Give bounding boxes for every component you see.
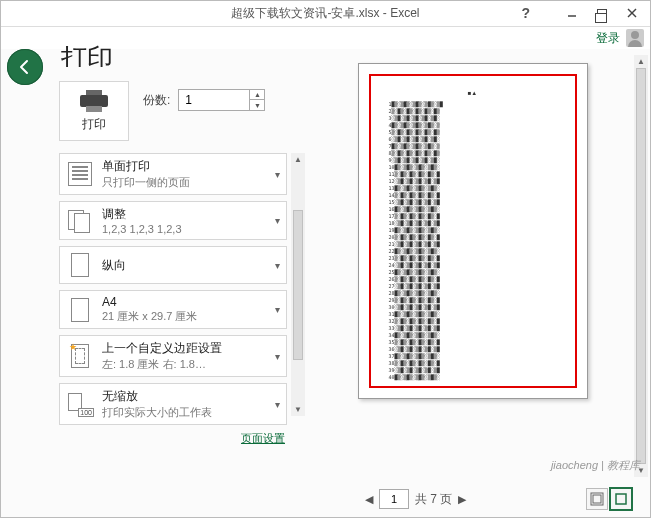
- setting-collate-sub: 1,2,3 1,2,3 1,2,3: [102, 223, 267, 235]
- preview-content-border: ■▲ 1█▒░▒█▒░▒█▒░▒█▒░▒█ 2▒░█▒░█▒░█▒░█▒░█▒ …: [369, 74, 577, 388]
- print-preview-pane: ■▲ 1█▒░▒█▒░▒█▒░▒█▒░▒█ 2▒░█▒░█▒░█▒░█▒░█▒ …: [311, 49, 650, 517]
- setting-papersize-title: A4: [102, 295, 267, 309]
- page-current-input[interactable]: [379, 489, 409, 509]
- scale-icon: [66, 390, 94, 418]
- setting-margins-sub: 左: 1.8 厘米 右: 1.8…: [102, 357, 267, 372]
- copies-spinner[interactable]: ▲ ▼: [178, 89, 265, 111]
- chevron-down-icon: ▾: [275, 399, 280, 410]
- title-bar: 超级下载软文资讯-安卓.xlsx - Excel ?: [1, 1, 650, 27]
- page-title: 打印: [61, 41, 303, 67]
- window-controls: [558, 3, 646, 23]
- collate-icon: [66, 207, 94, 235]
- setting-orientation-title: 纵向: [102, 257, 267, 274]
- back-button[interactable]: [7, 49, 43, 85]
- setting-duplex[interactable]: 单面打印 只打印一侧的页面 ▾: [59, 153, 287, 195]
- duplex-icon: [66, 160, 94, 188]
- setting-papersize[interactable]: A4 21 厘米 x 29.7 厘米 ▾: [59, 290, 287, 329]
- avatar-icon[interactable]: [626, 29, 644, 47]
- chevron-down-icon: ▾: [275, 260, 280, 271]
- copies-down-icon[interactable]: ▼: [250, 100, 264, 110]
- scroll-down-icon[interactable]: ▼: [294, 405, 302, 414]
- settings-list: 单面打印 只打印一侧的页面 ▾ 调整 1,2,3 1,2,3 1,2,3 ▾ 纵…: [59, 153, 303, 446]
- main-area: 打印 打印 份数: ▲ ▼ 单面打印: [1, 49, 650, 517]
- page-next-icon[interactable]: ▶: [458, 493, 466, 506]
- svg-rect-5: [616, 494, 626, 504]
- setting-margins[interactable]: ★ 上一个自定义边距设置 左: 1.8 厘米 右: 1.8… ▾: [59, 335, 287, 377]
- setting-collate[interactable]: 调整 1,2,3 1,2,3 1,2,3 ▾: [59, 201, 287, 240]
- scroll-thumb[interactable]: [293, 210, 303, 360]
- setting-duplex-title: 单面打印: [102, 158, 267, 175]
- setting-scaling[interactable]: 无缩放 打印实际大小的工作表 ▾: [59, 383, 287, 425]
- margins-icon: ★: [66, 342, 94, 370]
- chevron-down-icon: ▾: [275, 169, 280, 180]
- copies-input[interactable]: [179, 90, 249, 110]
- setting-duplex-sub: 只打印一侧的页面: [102, 175, 267, 190]
- scroll-thumb[interactable]: [636, 68, 646, 464]
- restore-button[interactable]: [588, 3, 616, 23]
- page-of-label: 共 7 页: [415, 491, 452, 508]
- scroll-up-icon[interactable]: ▲: [294, 155, 302, 164]
- preview-page: ■▲ 1█▒░▒█▒░▒█▒░▒█▒░▒█ 2▒░█▒░█▒░█▒░█▒░█▒ …: [358, 63, 588, 399]
- view-buttons: [586, 488, 632, 510]
- print-settings-pane: 打印 打印 份数: ▲ ▼ 单面打印: [51, 49, 311, 517]
- page-prev-icon[interactable]: ◀: [365, 493, 373, 506]
- copies-label: 份数:: [143, 92, 170, 109]
- print-block: 打印 份数: ▲ ▼: [59, 81, 303, 141]
- page-setup-link[interactable]: 页面设置: [59, 431, 303, 446]
- print-button-label: 打印: [82, 116, 106, 133]
- preview-footer: ◀ 共 7 页 ▶: [311, 481, 650, 517]
- show-margins-button[interactable]: [586, 488, 608, 510]
- help-icon[interactable]: ?: [521, 5, 530, 21]
- scroll-up-icon[interactable]: ▲: [637, 57, 645, 66]
- chevron-down-icon: ▾: [275, 351, 280, 362]
- print-button[interactable]: 打印: [59, 81, 129, 141]
- setting-collate-title: 调整: [102, 206, 267, 223]
- setting-scaling-sub: 打印实际大小的工作表: [102, 405, 267, 420]
- window-title: 超级下载软文资讯-安卓.xlsx - Excel: [231, 5, 419, 22]
- setting-papersize-sub: 21 厘米 x 29.7 厘米: [102, 309, 267, 324]
- preview-scrollbar[interactable]: ▲ ▼: [634, 55, 648, 477]
- minimize-button[interactable]: [558, 3, 586, 23]
- close-button[interactable]: [618, 3, 646, 23]
- copies-up-icon[interactable]: ▲: [250, 90, 264, 100]
- setting-scaling-title: 无缩放: [102, 388, 267, 405]
- chevron-down-icon: ▾: [275, 215, 280, 226]
- back-column: [1, 49, 51, 517]
- signin-link[interactable]: 登录: [596, 30, 620, 47]
- printer-icon: [80, 90, 108, 112]
- zoom-to-page-button[interactable]: [610, 488, 632, 510]
- settings-scrollbar[interactable]: ▲ ▼: [291, 153, 305, 416]
- scroll-down-icon[interactable]: ▼: [637, 466, 645, 475]
- chevron-down-icon: ▾: [275, 304, 280, 315]
- pager: ◀ 共 7 页 ▶: [365, 489, 466, 509]
- setting-margins-title: 上一个自定义边距设置: [102, 340, 267, 357]
- preview-page-wrap: ■▲ 1█▒░▒█▒░▒█▒░▒█▒░▒█ 2▒░█▒░█▒░█▒░█▒░█▒ …: [311, 49, 650, 481]
- svg-rect-4: [593, 495, 601, 503]
- copies-control: 份数: ▲ ▼: [143, 89, 265, 111]
- orientation-portrait-icon: [66, 251, 94, 279]
- paper-icon: [66, 296, 94, 324]
- setting-orientation[interactable]: 纵向 ▾: [59, 246, 287, 284]
- preview-greek-text: ■▲ 1█▒░▒█▒░▒█▒░▒█▒░▒█ 2▒░█▒░█▒░█▒░█▒░█▒ …: [389, 90, 557, 381]
